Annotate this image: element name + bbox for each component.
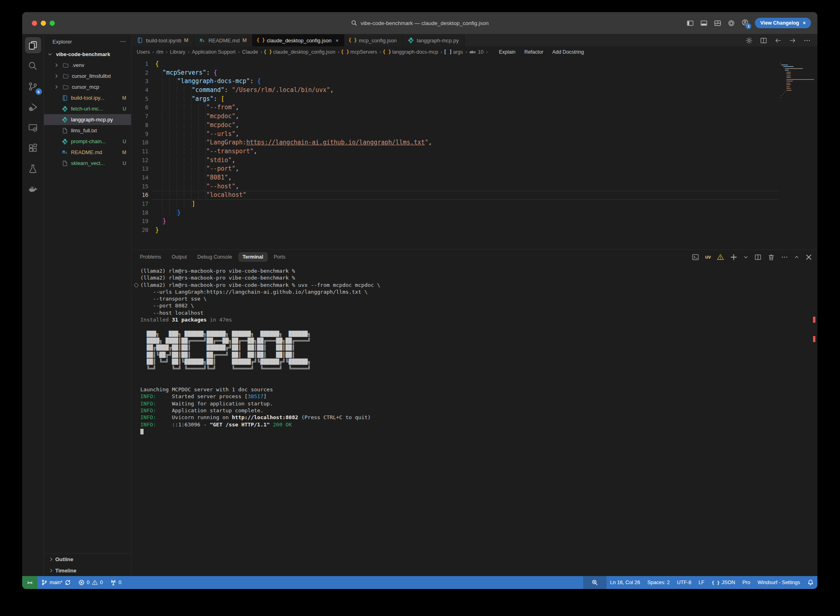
sidebar-item-docker[interactable] (25, 181, 41, 197)
cursor-position-item[interactable]: Ln 16, Col 26 (607, 576, 644, 589)
timeline-section[interactable]: Timeline (44, 565, 131, 576)
minimize-window-button[interactable] (41, 21, 46, 26)
changelog-close-icon[interactable]: × (803, 20, 806, 26)
command-decoration-icon[interactable] (134, 283, 138, 287)
terminal-output[interactable]: (llama2) rlm@rs-macbook-pro vibe-code-be… (131, 264, 817, 576)
breadcrumb-item-library[interactable]: Library (170, 49, 185, 55)
more-actions-icon[interactable] (803, 37, 811, 44)
extensions-icon (28, 143, 38, 153)
window-title-area[interactable]: vibe-code-benchmark — claude_desktop_con… (351, 20, 488, 26)
encoding-item[interactable]: UTF-8 (673, 576, 695, 589)
tab-readme-md[interactable]: M↓README.mdM (194, 34, 252, 46)
tree-item-langgraph-mcp-py[interactable]: langgraph-mcp.py (44, 114, 131, 125)
panel-tab-problems[interactable]: Problems (135, 252, 166, 262)
tree-item-label: README.md (71, 149, 102, 155)
split-terminal-icon[interactable] (754, 253, 762, 261)
navigate-back-icon[interactable] (774, 37, 782, 44)
tree-item-sklearn-vect-[interactable]: sklearn_vect...U (44, 158, 131, 169)
breadcrumb-item-users[interactable]: Users (137, 49, 150, 55)
tree-item-label: prompt-chain... (71, 138, 106, 144)
breadcrumb-item-claude-desktop-config-json[interactable]: { }claude_desktop_config.json (265, 49, 335, 55)
close-panel-icon[interactable] (805, 253, 813, 261)
breadcrumb-item-args[interactable]: [ ]args (445, 49, 463, 55)
sync-icon[interactable] (65, 579, 71, 586)
panel-tab-ports[interactable]: Ports (269, 252, 290, 262)
maximize-window-button[interactable] (50, 21, 55, 26)
editor-actions (745, 34, 817, 46)
tree-item--venv[interactable]: .venv (44, 60, 131, 71)
customize-layout-icon[interactable] (714, 19, 721, 27)
editor-action-refactor[interactable]: Refactor (524, 49, 543, 55)
tree-item-readme-md[interactable]: M↓README.mdM (44, 147, 131, 158)
tree-item-llms-full-txt[interactable]: llms_full.txt (44, 125, 131, 136)
language-mode-item[interactable]: { } JSON (708, 576, 739, 589)
navigate-forward-icon[interactable] (789, 37, 796, 44)
sidebar-item-search[interactable] (25, 58, 41, 74)
tab-label: claude_desktop_config.json (267, 38, 331, 44)
code-line-6: 6 "--from", (131, 103, 779, 112)
sidebar-item-run-debug[interactable] (25, 99, 41, 115)
account-button[interactable]: 1 (741, 19, 749, 27)
editor-action-explain[interactable]: Explain (499, 49, 515, 55)
ports-count: 0 (119, 580, 121, 585)
toggle-panel-icon[interactable] (700, 19, 708, 27)
sidebar-item-explorer[interactable] (25, 37, 41, 53)
zoom-indicator[interactable] (583, 576, 607, 589)
gear-icon[interactable] (745, 37, 753, 44)
terminal-shell-label[interactable]: uv (705, 254, 711, 260)
split-editor-icon[interactable] (760, 37, 767, 44)
panel-tab-debug-console[interactable]: Debug Console (193, 252, 236, 262)
breadcrumb-item-rlm[interactable]: rlm (156, 49, 163, 55)
git-branch-item[interactable]: main* (38, 576, 75, 589)
maximize-panel-icon[interactable] (794, 255, 799, 260)
breadcrumb-separator: › (188, 49, 190, 55)
sidebar-item-remote-explorer[interactable] (25, 119, 41, 136)
breadcrumb-item-10[interactable]: abc10 (469, 49, 484, 55)
remote-indicator[interactable]: >< (22, 576, 38, 589)
tree-item-cursor-llmsfulltxt[interactable]: cursor_llmsfulltxt (44, 71, 131, 81)
eol-item[interactable]: LF (695, 576, 708, 589)
sidebar-item-source-control[interactable]: 5 (25, 78, 41, 94)
tree-item-fetch-url-mc-[interactable]: fetch-url-mc...U (44, 103, 131, 114)
line-number: 11 (131, 147, 148, 156)
terminal-line: INFO: ::1:63096 - "GET /sse HTTP/1.1" 20… (140, 421, 805, 428)
tree-item-prompt-chain-[interactable]: prompt-chain...U (44, 136, 131, 147)
notifications-item[interactable] (804, 576, 817, 589)
breadcrumb-item-claude[interactable]: Claude (242, 49, 258, 55)
plan-item[interactable]: Pro (739, 576, 754, 589)
sidebar-item-testing[interactable] (25, 161, 41, 177)
sidebar-item-extensions[interactable] (25, 140, 41, 156)
panel-tab-terminal[interactable]: Terminal (238, 252, 268, 262)
explorer-more-actions-icon[interactable] (120, 38, 126, 45)
new-terminal-icon[interactable] (730, 253, 738, 261)
bell-icon (807, 579, 814, 586)
terminal-dropdown-icon[interactable] (743, 255, 748, 260)
line-number: 15 (131, 182, 148, 191)
tree-item-build-tool-ipy-[interactable]: build-tool.ipy...M (44, 92, 131, 103)
breadcrumb-item-mcpservers[interactable]: { }mcpServers (342, 49, 377, 55)
outline-section[interactable]: Outline (44, 553, 131, 565)
panel-tab-output[interactable]: Output (167, 252, 192, 262)
indentation-item[interactable]: Spaces: 2 (644, 576, 673, 589)
minimap[interactable] (779, 58, 817, 249)
tab-close-icon[interactable]: × (336, 38, 339, 44)
tab-build-tool-ipynb[interactable]: build-tool.ipynbM (131, 34, 194, 46)
tree-root-vibe-code-benchmark[interactable]: vibe-code-benchmark (44, 49, 131, 60)
view-changelog-button[interactable]: View Changelog × (755, 18, 811, 28)
editor-action-add-docstring[interactable]: Add Docstring (552, 49, 584, 55)
tab-claude-desktop-config-json[interactable]: { }claude_desktop_config.json× (252, 34, 344, 46)
breadcrumb-item-langgraph-docs-mcp[interactable]: { }langgraph-docs-mcp (384, 49, 438, 55)
close-window-button[interactable] (32, 21, 37, 26)
panel-more-icon[interactable] (781, 253, 788, 261)
breadcrumb-item-application-support[interactable]: Application Support (192, 49, 236, 55)
toggle-sidebar-icon[interactable] (686, 19, 694, 27)
code-editor[interactable]: 1{2 "mcpServers": {3 "langgraph-docs-mcp… (131, 58, 817, 249)
tab-mcp-config-json[interactable]: { }mcp_config.json (344, 34, 402, 46)
app-settings-item[interactable]: Windsurf - Settings (754, 576, 804, 589)
assistant-icon[interactable] (727, 19, 735, 27)
problems-item[interactable]: 0 0 (75, 576, 106, 589)
tab-langgraph-mcp-py[interactable]: langgraph-mcp.py (402, 34, 465, 46)
kill-terminal-icon[interactable] (767, 253, 775, 261)
ports-item[interactable]: 0 (106, 576, 125, 589)
tree-item-cursor-mcp[interactable]: cursor_mcp (44, 81, 131, 92)
